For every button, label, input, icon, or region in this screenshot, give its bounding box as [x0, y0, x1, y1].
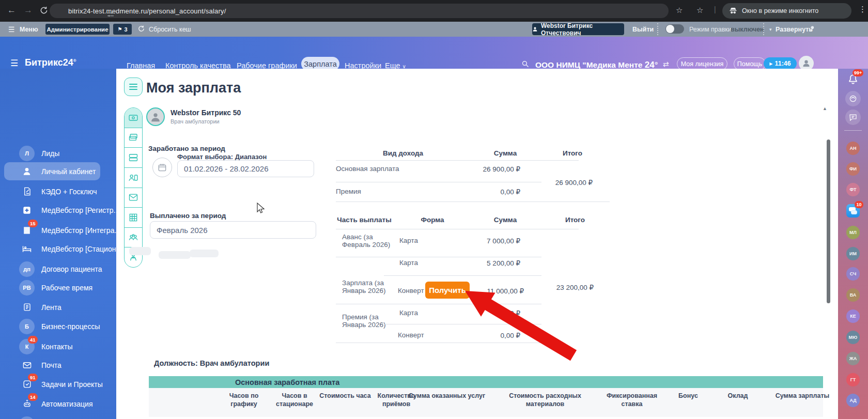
avatar[interactable]: ГТ	[846, 373, 860, 386]
table-line	[384, 324, 541, 324]
collapse-arrow-icon[interactable]: ▲	[823, 106, 827, 111]
avatar[interactable]: СЧ	[846, 267, 860, 281]
avatar[interactable]: ИМ	[846, 247, 860, 260]
administration-button[interactable]: Администрирование	[45, 24, 110, 35]
tab-mail[interactable]	[125, 188, 142, 208]
payout-group-total: 23 200,00 ₽	[536, 283, 614, 291]
bell-badge: 99+	[853, 69, 863, 76]
column-header: Фиксированная ставка	[596, 392, 668, 409]
mail-icon	[19, 357, 35, 374]
sidebar-item-wazzup[interactable]: ww Wazzup (WhatsApp, Te...	[4, 415, 100, 419]
sidebar-item-work-time[interactable]: РВ Рабочее время	[4, 278, 100, 297]
nav-hamburger-icon[interactable]: ☰	[10, 58, 18, 69]
site-settings-icon[interactable]	[106, 10, 115, 19]
brand-logo[interactable]: Битрикс24®	[25, 57, 76, 68]
browser-reload-icon[interactable]	[39, 6, 49, 15]
switch-icon[interactable]: ⇄	[663, 60, 669, 68]
sidebar-item-leads[interactable]: Л Лиды	[4, 144, 100, 162]
divider	[844, 130, 862, 131]
salary-section-header: Основная заработная плата	[149, 376, 823, 388]
tab-employee-card[interactable]	[125, 167, 142, 188]
payout-form: Конверт	[398, 331, 424, 339]
sidebar-item-patient-contract[interactable]: дп Договор пациента	[4, 260, 100, 278]
date-range-input[interactable]: 01.02.2026 - 28.02.2026	[177, 160, 314, 177]
incognito-icon	[729, 6, 738, 15]
sidebar-item-medwebstor-stationary[interactable]: МедВебстор [Стацион...	[4, 240, 100, 258]
reset-cache-label[interactable]: Сбросить кеш	[149, 26, 191, 33]
avatar[interactable]: ВА	[846, 288, 860, 302]
avatar[interactable]: АД	[846, 394, 860, 407]
avatar[interactable]: МЛ	[846, 226, 860, 239]
divider	[763, 23, 764, 35]
bookmark-star-icon[interactable]: ☆	[676, 6, 683, 15]
blurred-area	[190, 250, 219, 257]
tab-team[interactable]	[125, 227, 142, 247]
sidebar-item-medwebstor-registry[interactable]: МедВебстор [Регистр...	[4, 201, 100, 219]
browser-back-icon[interactable]: ←	[7, 5, 16, 15]
person-icon	[19, 163, 35, 180]
sidebar-item-tasks[interactable]: 91 Задачи и Проекты	[4, 375, 100, 393]
column-header: Стоимость расходных материалов	[499, 392, 592, 409]
annotation-arrow	[465, 291, 577, 361]
chat-history-icon[interactable]	[845, 110, 861, 125]
payout-sum: 0,00 ₽	[443, 309, 520, 317]
table-line	[336, 182, 541, 182]
payout-sum: 7 000,00 ₽	[443, 237, 520, 245]
patient-contract-icon: дп	[19, 261, 35, 277]
flag-icon: ⚑	[117, 26, 122, 32]
user-icon	[532, 26, 538, 32]
notifications-counter-button[interactable]: ⚑ 3	[113, 24, 132, 35]
current-user-button[interactable]: Webstor Битрикс Отчествович	[532, 23, 624, 35]
admin-menu-label[interactable]: Меню	[20, 26, 38, 33]
sidebar-item-contacts[interactable]: К 41 Контакты	[4, 337, 100, 355]
sidebar-item-automation[interactable]: 14 Автоматизация	[4, 395, 100, 413]
tab-payments[interactable]	[125, 128, 142, 148]
chrome-menu-icon[interactable]: ⋮	[859, 5, 866, 14]
browser-forward-icon[interactable]: →	[24, 5, 33, 15]
time-value: 11:46	[774, 60, 791, 67]
work-time-icon: РВ	[19, 280, 35, 296]
sidebar-item-personal-account[interactable]: Личный кабинет	[4, 162, 100, 180]
avatar[interactable]: ФТ	[846, 183, 860, 196]
income-col-type: Вид дохода	[377, 149, 429, 157]
table-line	[336, 343, 541, 343]
chevron-down-icon: ▾	[769, 27, 772, 32]
tab-salary[interactable]	[125, 108, 142, 128]
leads-icon: Л	[19, 145, 35, 162]
search-icon[interactable]	[521, 59, 530, 68]
toggle-knob	[666, 25, 674, 33]
bookmarks-list-icon[interactable]: ☆	[696, 6, 703, 15]
tab-accruals[interactable]	[125, 147, 142, 167]
content-scrollbar[interactable]	[827, 139, 830, 303]
avatar[interactable]: МЮ	[846, 331, 860, 344]
reset-cache-icon[interactable]	[137, 25, 145, 33]
avatar[interactable]: ЖА	[846, 352, 860, 365]
admin-menu-icon[interactable]: ☰	[8, 25, 15, 34]
tab-schedule[interactable]	[125, 207, 142, 227]
address-bar[interactable]: bitrix24-test.medmente.ru/personal_accou…	[50, 4, 669, 18]
time-tracker-button[interactable]: ▶ 11:46	[764, 57, 797, 70]
content-menu-button[interactable]	[124, 77, 143, 96]
employee-avatar	[146, 107, 165, 126]
avatar[interactable]: ФИ	[846, 162, 860, 176]
calendar-icon[interactable]	[152, 158, 172, 177]
income-col-total: Итого	[547, 149, 598, 157]
pin-icon[interactable]	[808, 25, 815, 33]
payout-sum: 5 200,00 ₽	[443, 259, 520, 267]
messenger-icon[interactable]: 10	[846, 204, 860, 218]
blurred-area	[159, 251, 191, 259]
edit-mode-toggle[interactable]	[665, 24, 684, 34]
sidebar-item-medwebstor-integration[interactable]: 15 МедВебстор [Интегра...	[4, 221, 100, 239]
sidebar-item-business-processes[interactable]: Б Бизнес-процессы	[4, 317, 100, 335]
avatar[interactable]: КЕ	[846, 309, 860, 323]
avatar[interactable]: АН	[846, 142, 860, 155]
sidebar-item-mail[interactable]: Почта	[4, 356, 100, 374]
sidebar-item-feed[interactable]: Лента	[4, 298, 100, 316]
paid-period-input[interactable]: Февраль 2026	[150, 221, 316, 239]
mouse-cursor	[257, 203, 264, 213]
payout-group-name: Аванс (за	[342, 233, 373, 241]
copilot-icon[interactable]	[845, 91, 861, 106]
logout-link[interactable]: Выйти	[632, 26, 654, 33]
badge: 91	[28, 374, 38, 381]
sidebar-item-kedo[interactable]: КЭДО + Госключ	[4, 182, 100, 200]
